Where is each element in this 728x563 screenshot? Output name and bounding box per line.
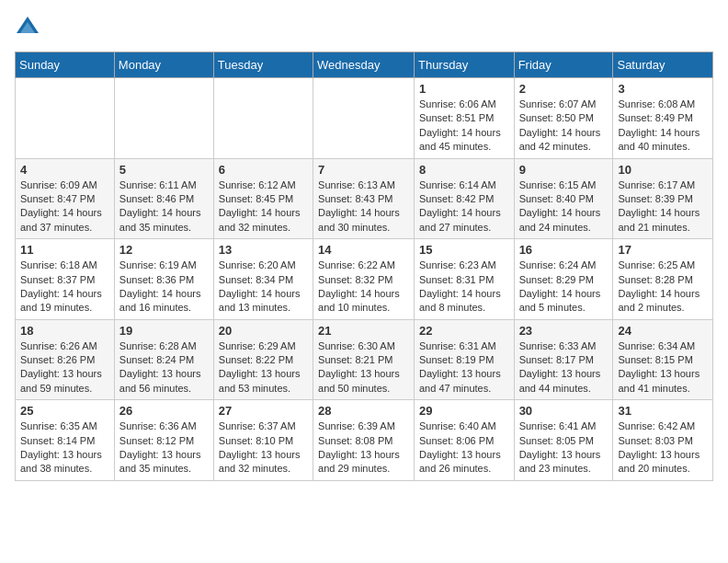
calendar-cell: 3Sunrise: 6:08 AMSunset: 8:49 PMDaylight…: [613, 78, 713, 159]
calendar-cell: 30Sunrise: 6:41 AMSunset: 8:05 PMDayligh…: [514, 400, 613, 481]
day-info: Sunrise: 6:29 AMSunset: 8:22 PMDaylight:…: [219, 339, 308, 396]
day-info: Sunrise: 6:42 AMSunset: 8:03 PMDaylight:…: [618, 419, 708, 477]
day-info: Sunrise: 6:40 AMSunset: 8:06 PMDaylight:…: [419, 419, 509, 477]
day-number: 5: [119, 163, 209, 177]
day-number: 13: [219, 243, 308, 257]
day-number: 12: [119, 243, 209, 257]
day-info: Sunrise: 6:25 AMSunset: 8:28 PMDaylight:…: [618, 259, 708, 316]
logo: [15, 15, 44, 40]
calendar-cell: 13Sunrise: 6:20 AMSunset: 8:34 PMDayligh…: [213, 239, 313, 320]
calendar-cell: 18Sunrise: 6:26 AMSunset: 8:26 PMDayligh…: [16, 319, 115, 400]
day-number: 29: [419, 404, 509, 418]
day-number: 28: [318, 404, 409, 418]
day-info: Sunrise: 6:14 AMSunset: 8:42 PMDaylight:…: [419, 178, 509, 236]
day-info: Sunrise: 6:33 AMSunset: 8:17 PMDaylight:…: [519, 339, 609, 396]
calendar-cell: 16Sunrise: 6:24 AMSunset: 8:29 PMDayligh…: [514, 239, 613, 320]
day-info: Sunrise: 6:41 AMSunset: 8:05 PMDaylight:…: [519, 419, 609, 477]
day-info: Sunrise: 6:39 AMSunset: 8:08 PMDaylight:…: [318, 419, 409, 477]
weekday-header-monday: Monday: [114, 52, 213, 78]
day-number: 14: [318, 243, 409, 257]
calendar-cell: [313, 78, 415, 159]
weekday-header-sunday: Sunday: [16, 52, 115, 78]
day-info: Sunrise: 6:35 AMSunset: 8:14 PMDaylight:…: [20, 419, 109, 477]
calendar-header-row: SundayMondayTuesdayWednesdayThursdayFrid…: [16, 52, 713, 78]
calendar-cell: 7Sunrise: 6:13 AMSunset: 8:43 PMDaylight…: [313, 158, 415, 239]
day-number: 31: [618, 404, 708, 418]
day-number: 26: [119, 404, 209, 418]
calendar-cell: 26Sunrise: 6:36 AMSunset: 8:12 PMDayligh…: [114, 400, 213, 481]
calendar-cell: 29Sunrise: 6:40 AMSunset: 8:06 PMDayligh…: [414, 400, 514, 481]
day-info: Sunrise: 6:17 AMSunset: 8:39 PMDaylight:…: [618, 178, 708, 236]
calendar-cell: [114, 78, 213, 159]
weekday-header-tuesday: Tuesday: [213, 52, 313, 78]
day-number: 4: [20, 163, 109, 177]
day-number: 21: [318, 324, 409, 338]
weekday-header-saturday: Saturday: [613, 52, 713, 78]
calendar-cell: 20Sunrise: 6:29 AMSunset: 8:22 PMDayligh…: [213, 319, 313, 400]
day-info: Sunrise: 6:23 AMSunset: 8:31 PMDaylight:…: [419, 259, 509, 316]
calendar-cell: 6Sunrise: 6:12 AMSunset: 8:45 PMDaylight…: [213, 158, 313, 239]
day-number: 11: [20, 243, 109, 257]
weekday-header-thursday: Thursday: [414, 52, 514, 78]
day-info: Sunrise: 6:37 AMSunset: 8:10 PMDaylight:…: [219, 419, 308, 477]
calendar-cell: 21Sunrise: 6:30 AMSunset: 8:21 PMDayligh…: [313, 319, 415, 400]
calendar-cell: 24Sunrise: 6:34 AMSunset: 8:15 PMDayligh…: [613, 319, 713, 400]
day-info: Sunrise: 6:19 AMSunset: 8:36 PMDaylight:…: [119, 259, 209, 316]
calendar-cell: 2Sunrise: 6:07 AMSunset: 8:50 PMDaylight…: [514, 78, 613, 159]
calendar-cell: [213, 78, 313, 159]
day-number: 18: [20, 324, 109, 338]
calendar-cell: 27Sunrise: 6:37 AMSunset: 8:10 PMDayligh…: [213, 400, 313, 481]
calendar-cell: [16, 78, 115, 159]
calendar-week-row: 18Sunrise: 6:26 AMSunset: 8:26 PMDayligh…: [16, 319, 713, 400]
day-number: 17: [618, 243, 708, 257]
calendar-cell: 8Sunrise: 6:14 AMSunset: 8:42 PMDaylight…: [414, 158, 514, 239]
day-info: Sunrise: 6:08 AMSunset: 8:49 PMDaylight:…: [618, 98, 708, 155]
calendar-cell: 15Sunrise: 6:23 AMSunset: 8:31 PMDayligh…: [414, 239, 514, 320]
day-number: 25: [20, 404, 109, 418]
calendar-cell: 9Sunrise: 6:15 AMSunset: 8:40 PMDaylight…: [514, 158, 613, 239]
weekday-header-friday: Friday: [514, 52, 613, 78]
day-info: Sunrise: 6:06 AMSunset: 8:51 PMDaylight:…: [419, 98, 509, 155]
page-header: [15, 15, 713, 40]
day-info: Sunrise: 6:12 AMSunset: 8:45 PMDaylight:…: [219, 178, 308, 236]
logo-icon: [15, 15, 40, 40]
day-number: 22: [419, 324, 509, 338]
calendar-cell: 1Sunrise: 6:06 AMSunset: 8:51 PMDaylight…: [414, 78, 514, 159]
day-number: 30: [519, 404, 609, 418]
day-number: 20: [219, 324, 308, 338]
calendar-cell: 11Sunrise: 6:18 AMSunset: 8:37 PMDayligh…: [16, 239, 115, 320]
calendar-week-row: 1Sunrise: 6:06 AMSunset: 8:51 PMDaylight…: [16, 78, 713, 159]
calendar-cell: 25Sunrise: 6:35 AMSunset: 8:14 PMDayligh…: [16, 400, 115, 481]
weekday-header-wednesday: Wednesday: [313, 52, 415, 78]
calendar-cell: 22Sunrise: 6:31 AMSunset: 8:19 PMDayligh…: [414, 319, 514, 400]
day-number: 1: [419, 82, 509, 96]
day-number: 8: [419, 163, 509, 177]
day-info: Sunrise: 6:11 AMSunset: 8:46 PMDaylight:…: [119, 178, 209, 236]
calendar-cell: 23Sunrise: 6:33 AMSunset: 8:17 PMDayligh…: [514, 319, 613, 400]
calendar-table: SundayMondayTuesdayWednesdayThursdayFrid…: [15, 52, 713, 481]
day-info: Sunrise: 6:22 AMSunset: 8:32 PMDaylight:…: [318, 259, 409, 316]
day-info: Sunrise: 6:34 AMSunset: 8:15 PMDaylight:…: [618, 339, 708, 396]
day-info: Sunrise: 6:18 AMSunset: 8:37 PMDaylight:…: [20, 259, 109, 316]
day-number: 7: [318, 163, 409, 177]
calendar-week-row: 25Sunrise: 6:35 AMSunset: 8:14 PMDayligh…: [16, 400, 713, 481]
day-number: 2: [519, 82, 609, 96]
calendar-cell: 4Sunrise: 6:09 AMSunset: 8:47 PMDaylight…: [16, 158, 115, 239]
calendar-cell: 5Sunrise: 6:11 AMSunset: 8:46 PMDaylight…: [114, 158, 213, 239]
calendar-cell: 17Sunrise: 6:25 AMSunset: 8:28 PMDayligh…: [613, 239, 713, 320]
day-info: Sunrise: 6:30 AMSunset: 8:21 PMDaylight:…: [318, 339, 409, 396]
day-number: 9: [519, 163, 609, 177]
day-info: Sunrise: 6:15 AMSunset: 8:40 PMDaylight:…: [519, 178, 609, 236]
day-info: Sunrise: 6:36 AMSunset: 8:12 PMDaylight:…: [119, 419, 209, 477]
day-info: Sunrise: 6:28 AMSunset: 8:24 PMDaylight:…: [119, 339, 209, 396]
day-number: 27: [219, 404, 308, 418]
calendar-week-row: 11Sunrise: 6:18 AMSunset: 8:37 PMDayligh…: [16, 239, 713, 320]
day-info: Sunrise: 6:13 AMSunset: 8:43 PMDaylight:…: [318, 178, 409, 236]
day-number: 19: [119, 324, 209, 338]
calendar-cell: 12Sunrise: 6:19 AMSunset: 8:36 PMDayligh…: [114, 239, 213, 320]
day-number: 15: [419, 243, 509, 257]
day-info: Sunrise: 6:24 AMSunset: 8:29 PMDaylight:…: [519, 259, 609, 316]
day-number: 10: [618, 163, 708, 177]
day-info: Sunrise: 6:20 AMSunset: 8:34 PMDaylight:…: [219, 259, 308, 316]
calendar-cell: 14Sunrise: 6:22 AMSunset: 8:32 PMDayligh…: [313, 239, 415, 320]
